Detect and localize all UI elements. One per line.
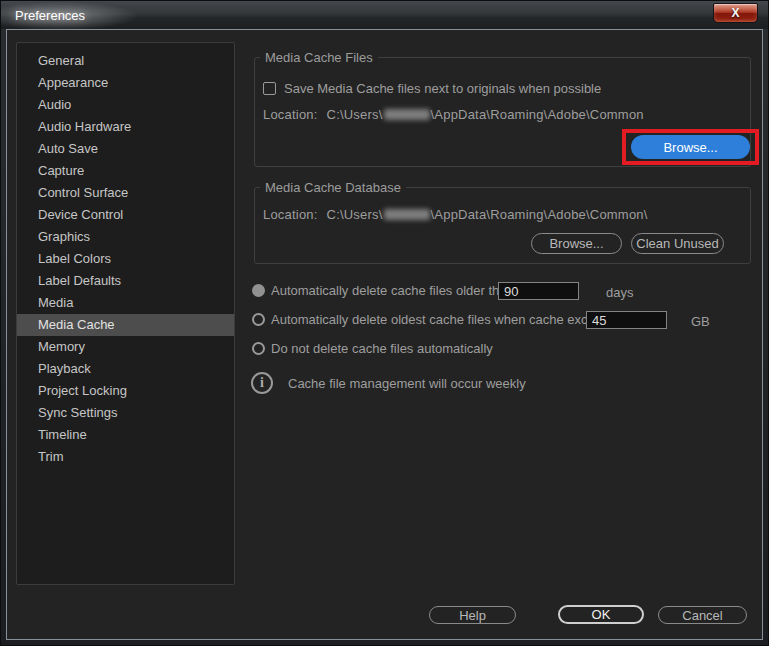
cache-database-location-label: Location: xyxy=(263,207,318,222)
cache-database-location-prefix: C:\Users\ xyxy=(327,207,383,222)
sidebar-item-media[interactable]: Media xyxy=(17,292,234,314)
gb-unit-label: GB xyxy=(691,314,710,329)
radio-unselected-icon[interactable] xyxy=(252,313,265,326)
sidebar-item-auto-save[interactable]: Auto Save xyxy=(17,138,234,160)
radio-selected-icon[interactable] xyxy=(252,284,265,297)
delete-when-exceeds-option[interactable]: Automatically delete oldest cache files … xyxy=(252,312,619,327)
cache-files-location-prefix: C:\Users\ xyxy=(327,107,383,122)
sidebar-item-playback[interactable]: Playback xyxy=(17,358,234,380)
redacted-username xyxy=(384,209,430,220)
days-unit-label: days xyxy=(606,285,633,300)
save-next-to-originals-row[interactable]: Save Media Cache files next to originals… xyxy=(263,81,601,96)
help-button[interactable]: Help xyxy=(429,606,516,624)
sidebar-item-label-colors[interactable]: Label Colors xyxy=(17,248,234,270)
redacted-username xyxy=(384,109,430,120)
sidebar-item-memory[interactable]: Memory xyxy=(17,336,234,358)
sidebar-item-general[interactable]: General xyxy=(17,50,234,72)
sidebar-item-audio-hardware[interactable]: Audio Hardware xyxy=(17,116,234,138)
sidebar-item-sync-settings[interactable]: Sync Settings xyxy=(17,402,234,424)
close-button[interactable]: X xyxy=(713,3,758,23)
sidebar-item-timeline[interactable]: Timeline xyxy=(17,424,234,446)
close-icon: X xyxy=(731,7,739,19)
cache-files-location-label: Location: xyxy=(263,107,318,122)
dialog-body: General Appearance Audio Audio Hardware … xyxy=(6,29,763,640)
clean-unused-button[interactable]: Clean Unused xyxy=(631,233,724,254)
radio-unselected-icon[interactable] xyxy=(252,342,265,355)
cancel-button[interactable]: Cancel xyxy=(658,606,747,624)
cache-files-location-suffix: \AppData\Roaming\Adobe\Common xyxy=(431,107,644,122)
sidebar-item-project-locking[interactable]: Project Locking xyxy=(17,380,234,402)
category-list: General Appearance Audio Audio Hardware … xyxy=(16,42,235,585)
do-not-delete-label: Do not delete cache files automatically xyxy=(271,341,493,356)
media-cache-database-title: Media Cache Database xyxy=(260,180,406,195)
days-input[interactable] xyxy=(498,282,579,300)
ok-button[interactable]: OK xyxy=(558,605,644,624)
info-icon: i xyxy=(251,372,273,394)
delete-older-than-label: Automatically delete cache files older t… xyxy=(271,283,517,298)
sidebar-item-appearance[interactable]: Appearance xyxy=(17,72,234,94)
title-bar[interactable]: Preferences X xyxy=(1,1,768,29)
cache-database-location-suffix: \AppData\Roaming\Adobe\Common\ xyxy=(431,207,648,222)
sidebar-item-graphics[interactable]: Graphics xyxy=(17,226,234,248)
window-title: Preferences xyxy=(15,8,85,23)
delete-older-than-option[interactable]: Automatically delete cache files older t… xyxy=(252,283,517,298)
sidebar-item-control-surface[interactable]: Control Surface xyxy=(17,182,234,204)
do-not-delete-option[interactable]: Do not delete cache files automatically xyxy=(252,341,493,356)
media-cache-files-title: Media Cache Files xyxy=(260,50,378,65)
cache-database-location: Location: C:\Users\ \AppData\Roaming\Ado… xyxy=(263,207,648,222)
save-next-to-originals-label: Save Media Cache files next to originals… xyxy=(284,81,601,96)
sidebar-item-capture[interactable]: Capture xyxy=(17,160,234,182)
delete-when-exceeds-label: Automatically delete oldest cache files … xyxy=(271,312,619,327)
cache-files-location: Location: C:\Users\ \AppData\Roaming\Ado… xyxy=(263,107,644,122)
gb-input[interactable] xyxy=(586,311,667,329)
sidebar-item-label-defaults[interactable]: Label Defaults xyxy=(17,270,234,292)
browse-database-button[interactable]: Browse... xyxy=(531,233,622,254)
sidebar-item-media-cache[interactable]: Media Cache xyxy=(17,314,234,336)
sidebar-item-audio[interactable]: Audio xyxy=(17,94,234,116)
info-text: Cache file management will occur weekly xyxy=(288,376,526,391)
sidebar-item-trim[interactable]: Trim xyxy=(17,446,234,468)
browse-cache-files-button[interactable]: Browse... xyxy=(631,135,750,159)
preferences-dialog: Preferences X General Appearance Audio A… xyxy=(0,0,769,646)
sidebar-item-device-control[interactable]: Device Control xyxy=(17,204,234,226)
info-note: i Cache file management will occur weekl… xyxy=(251,372,526,394)
save-next-to-originals-checkbox[interactable] xyxy=(263,82,276,95)
